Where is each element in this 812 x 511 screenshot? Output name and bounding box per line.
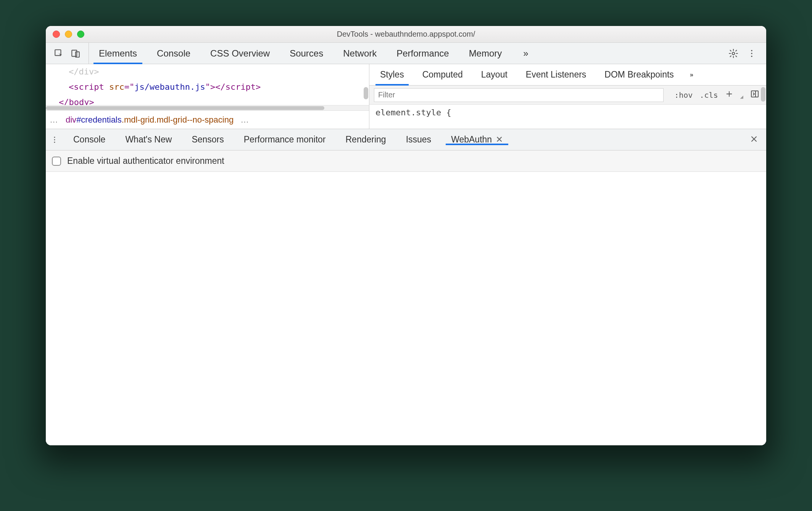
tab-label: Performance <box>396 48 449 59</box>
resize-corner-icon[interactable]: ◢ <box>740 94 743 100</box>
svg-point-5 <box>751 53 752 54</box>
drawer-tab-performance-monitor[interactable]: Performance monitor <box>234 134 336 145</box>
svg-point-6 <box>751 55 752 57</box>
styles-filter-input[interactable] <box>374 88 664 102</box>
tab-memory[interactable]: Memory <box>459 43 512 64</box>
tab-label: Computed <box>422 70 463 80</box>
styles-tabbar: Styles Computed Layout Event Listeners D… <box>369 64 766 86</box>
tab-sources[interactable]: Sources <box>280 43 333 64</box>
style-rule-header: element.style { <box>375 108 451 117</box>
tab-label: Rendering <box>346 134 386 145</box>
code-text: <script <box>69 82 109 92</box>
cls-toggle[interactable]: .cls <box>699 91 718 100</box>
subtab-dom-breakpoints[interactable]: DOM Breakpoints <box>595 64 683 85</box>
tab-label: Elements <box>99 48 137 59</box>
scrollbar-thumb[interactable] <box>46 106 324 110</box>
tab-label: Layout <box>481 70 508 80</box>
drawer-menu-icon[interactable] <box>46 136 63 144</box>
breadcrumb: … div#credentials.mdl-grid.mdl-grid--no-… <box>46 110 369 129</box>
tab-label: Memory <box>469 48 502 59</box>
tab-label: Console <box>157 48 190 59</box>
webauthn-toolbar: Enable virtual authenticator environment <box>46 150 766 172</box>
svg-point-10 <box>54 141 55 142</box>
subtab-styles[interactable]: Styles <box>371 64 413 85</box>
close-tab-icon[interactable]: ✕ <box>496 134 503 145</box>
window-title: DevTools - webauthndemo.appspot.com/ <box>46 30 766 39</box>
vertical-scrollbar[interactable] <box>761 87 765 102</box>
svg-rect-1 <box>72 50 77 56</box>
drawer-tab-console[interactable]: Console <box>63 134 115 145</box>
tab-label: Console <box>73 134 105 145</box>
new-style-rule-icon[interactable] <box>725 90 733 100</box>
tab-label: DOM Breakpoints <box>604 70 674 80</box>
styles-filter-tools: :hov .cls ◢ <box>667 89 766 100</box>
titlebar: DevTools - webauthndemo.appspot.com/ <box>46 26 766 43</box>
enable-virtual-authenticator-checkbox[interactable] <box>52 157 61 166</box>
devtools-window: DevTools - webauthndemo.appspot.com/ Ele… <box>46 26 766 445</box>
tab-label: Styles <box>380 70 404 80</box>
close-drawer-icon[interactable] <box>742 134 766 145</box>
tab-label: Performance monitor <box>244 134 326 145</box>
tab-label: WebAuthn <box>451 134 492 145</box>
main-tabbar: Elements Console CSS Overview Sources Ne… <box>46 43 766 64</box>
tabs-overflow-icon[interactable]: » <box>513 43 538 64</box>
drawer-tabbar: Console What's New Sensors Performance m… <box>46 129 766 150</box>
vertical-scrollbar[interactable] <box>364 87 368 99</box>
drawer-tab-whats-new[interactable]: What's New <box>115 134 182 145</box>
drawer-tab-sensors[interactable]: Sensors <box>182 134 234 145</box>
hov-toggle[interactable]: :hov <box>674 91 693 100</box>
code-text: "></scr <box>205 82 241 92</box>
styles-filter-row: :hov .cls ◢ <box>369 86 766 105</box>
svg-point-9 <box>54 139 55 140</box>
svg-point-8 <box>54 137 55 138</box>
inspect-icon[interactable] <box>51 46 66 61</box>
drawer-tab-issues[interactable]: Issues <box>396 134 441 145</box>
elements-pane: </div> <script src="js/webauthn.js"></sc… <box>46 64 369 129</box>
tab-elements[interactable]: Elements <box>89 43 147 64</box>
kebab-menu-icon[interactable] <box>744 46 759 61</box>
tab-label: Sources <box>290 48 323 59</box>
subtab-event-listeners[interactable]: Event Listeners <box>517 64 596 85</box>
code-text: =" <box>124 82 135 92</box>
subtab-layout[interactable]: Layout <box>472 64 517 85</box>
tab-label: CSS Overview <box>210 48 270 59</box>
webauthn-empty-area <box>46 172 766 445</box>
tab-network[interactable]: Network <box>333 43 387 64</box>
tab-label: What's New <box>125 134 172 145</box>
main-tab-list: Elements Console CSS Overview Sources Ne… <box>89 43 538 64</box>
drawer-tab-webauthn[interactable]: WebAuthn ✕ <box>441 134 513 145</box>
tab-css-overview[interactable]: CSS Overview <box>200 43 280 64</box>
code-text: </body> <box>59 97 94 105</box>
subtabs-overflow-icon[interactable]: » <box>683 64 700 85</box>
svg-point-3 <box>732 52 735 55</box>
code-text: ipt> <box>240 82 261 92</box>
tab-label: Issues <box>406 134 431 145</box>
style-rules[interactable]: element.style { <box>369 105 766 120</box>
dom-tree[interactable]: </div> <script src="js/webauthn.js"></sc… <box>46 64 369 105</box>
breadcrumb-overflow-right-icon[interactable]: … <box>240 115 250 125</box>
workspace: </div> <script src="js/webauthn.js"></sc… <box>46 64 766 129</box>
code-text: </div> <box>69 67 99 76</box>
breadcrumb-item[interactable]: div#credentials.mdl-grid.mdl-grid--no-sp… <box>66 115 234 125</box>
tab-performance[interactable]: Performance <box>387 43 459 64</box>
drawer-tab-rendering[interactable]: Rendering <box>336 134 396 145</box>
enable-virtual-authenticator-label: Enable virtual authenticator environment <box>67 156 224 166</box>
svg-point-4 <box>751 50 752 51</box>
styles-pane: Styles Computed Layout Event Listeners D… <box>369 64 766 129</box>
breadcrumb-overflow-left-icon[interactable]: … <box>50 115 59 125</box>
tab-label: Event Listeners <box>526 70 586 80</box>
toggle-sidebar-icon[interactable] <box>750 89 759 100</box>
tab-label: Sensors <box>192 134 224 145</box>
settings-icon[interactable] <box>726 46 741 61</box>
tab-console[interactable]: Console <box>147 43 200 64</box>
subtab-computed[interactable]: Computed <box>413 64 472 85</box>
device-toggle-icon[interactable] <box>68 46 83 61</box>
code-text: js/webauthn.js <box>134 82 205 92</box>
horizontal-scrollbar[interactable] <box>46 105 369 110</box>
tab-label: Network <box>343 48 377 59</box>
code-text: src <box>109 82 124 92</box>
